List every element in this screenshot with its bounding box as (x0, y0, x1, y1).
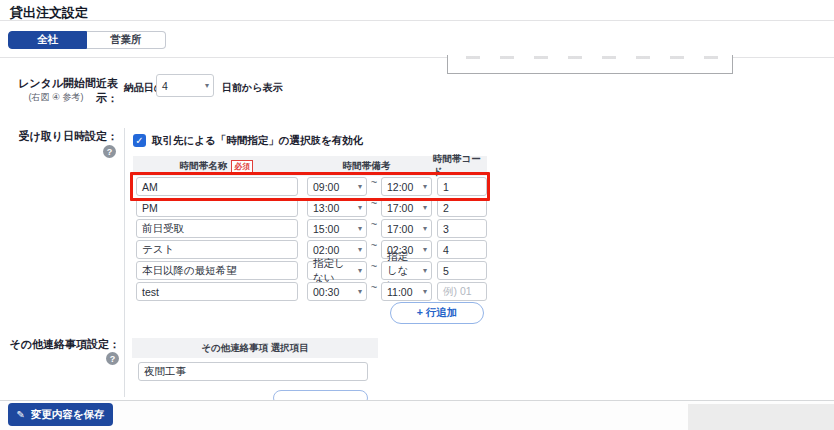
time-to-select[interactable]: 指定しない▾ (381, 261, 432, 280)
time-from-select[interactable]: 09:00▾ (307, 177, 367, 196)
time-to-select[interactable]: 17:00▾ (381, 219, 432, 238)
delivery-day-suffix: 日前から表示 (222, 81, 282, 95)
tab-office[interactable]: 営業所 (87, 31, 166, 49)
chevron-down-icon: ▾ (358, 204, 362, 212)
header-time-remarks: 時間帯備考 (300, 156, 433, 176)
time-range-separator: ~ (368, 197, 380, 209)
header-time-name-text: 時間帯名称 (180, 160, 228, 173)
delivery-days-select[interactable]: 4 ▾ (156, 74, 214, 97)
time-code-input[interactable]: 例) 01 (437, 282, 487, 301)
time-to-select[interactable]: 11:00▾ (381, 282, 432, 301)
other-notes-label: その他連絡事項設定： (0, 337, 120, 352)
time-to-select[interactable]: 12:00▾ (381, 177, 432, 196)
required-badge: 必須 (231, 160, 253, 173)
time-code-input[interactable]: 2 (437, 198, 487, 217)
time-slot-row: AM09:00▾~12:00▾1 (0, 177, 834, 196)
time-from-select[interactable]: 00:30▾ (307, 282, 367, 301)
time-slot-row: テスト02:00▾~02:30▾4 (0, 240, 834, 259)
header-time-code: 時間帯コード (433, 156, 487, 176)
save-button[interactable]: ✎ 変更内容を保存 (8, 403, 113, 426)
time-slot-row: PM13:00▾~17:00▾2 (0, 198, 834, 217)
time-select-enable-checkbox[interactable]: ✓ (133, 134, 146, 147)
time-slot-table: AM09:00▾~12:00▾1PM13:00▾~17:00▾2前日受取15:0… (0, 177, 834, 307)
delivery-days-value: 4 (162, 80, 168, 92)
time-from-select[interactable]: 13:00▾ (307, 198, 367, 217)
rental-start-sublabel: (右図 ④ 参考) (0, 91, 112, 104)
chevron-down-icon: ▾ (423, 183, 427, 191)
chevron-down-icon: ▾ (358, 183, 362, 191)
time-slot-row: 前日受取15:00▾~17:00▾3 (0, 219, 834, 238)
chevron-down-icon: ▾ (423, 246, 427, 254)
chevron-down-icon: ▾ (423, 204, 427, 212)
title-divider (0, 20, 834, 21)
time-range-separator: ~ (368, 239, 380, 251)
time-range-separator: ~ (368, 176, 380, 188)
page-background-corner (688, 404, 834, 430)
check-icon: ✓ (135, 135, 143, 146)
other-notes-help-icon[interactable]: ? (106, 352, 119, 365)
chevron-down-icon: ▾ (423, 288, 427, 296)
time-from-select[interactable]: 15:00▾ (307, 219, 367, 238)
time-from-select[interactable]: 指定しない▾ (307, 261, 367, 280)
chevron-down-icon: ▾ (358, 267, 362, 275)
time-slot-row: 本日以降の最短希望指定しない▾~指定しない▾5 (0, 261, 834, 280)
time-name-input[interactable]: test (136, 282, 298, 301)
time-to-select[interactable]: 17:00▾ (381, 198, 432, 217)
chevron-down-icon: ▾ (205, 82, 209, 90)
time-name-input[interactable]: AM (136, 177, 298, 196)
time-code-input[interactable]: 1 (437, 177, 487, 196)
pickup-settings-label: 受け取り日時設定： (0, 129, 118, 144)
time-name-input[interactable]: PM (136, 198, 298, 217)
time-range-separator: ~ (368, 218, 380, 230)
header-time-name: 時間帯名称 必須 (133, 156, 300, 176)
other-notes-input[interactable]: 夜間工事 (138, 362, 368, 381)
time-name-input[interactable]: テスト (136, 240, 298, 259)
time-code-input[interactable]: 3 (437, 219, 487, 238)
time-range-separator: ~ (368, 281, 380, 293)
time-name-input[interactable]: 前日受取 (136, 219, 298, 238)
time-code-input[interactable]: 5 (437, 261, 487, 280)
other-notes-table-header: その他連絡事項 選択項目 (132, 338, 378, 358)
time-name-input[interactable]: 本日以降の最短希望 (136, 261, 298, 280)
scope-tab-group: 全社 営業所 (8, 31, 166, 49)
chevron-down-icon: ▾ (358, 246, 362, 254)
save-button-label: 変更内容を保存 (31, 408, 105, 422)
tab-company[interactable]: 全社 (8, 31, 87, 49)
add-row-button[interactable]: + 行追加 (390, 302, 484, 324)
chevron-down-icon: ▾ (423, 225, 427, 233)
time-select-enable-label: 取引先による「時間指定」の選択肢を有効化 (152, 134, 363, 148)
chevron-down-icon: ▾ (358, 225, 362, 233)
pencil-icon: ✎ (16, 409, 24, 420)
time-range-separator: ~ (368, 260, 380, 272)
pickup-help-icon[interactable]: ? (103, 145, 116, 158)
time-slot-row: test00:30▾~11:00▾例) 01 (0, 282, 834, 301)
chevron-down-icon: ▾ (358, 288, 362, 296)
time-code-input[interactable]: 4 (437, 240, 487, 259)
cropped-reference-figure (447, 55, 733, 74)
chevron-down-icon: ▾ (423, 267, 427, 275)
